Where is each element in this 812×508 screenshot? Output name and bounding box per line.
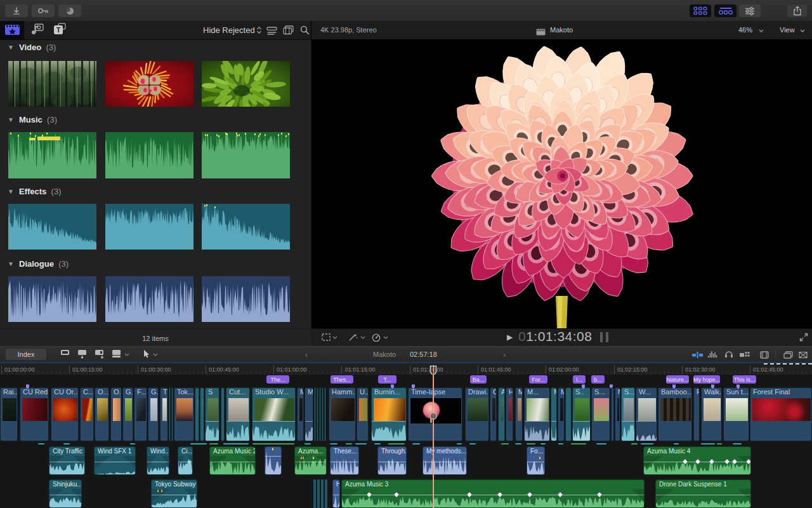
svg-text:T: T xyxy=(56,26,61,34)
